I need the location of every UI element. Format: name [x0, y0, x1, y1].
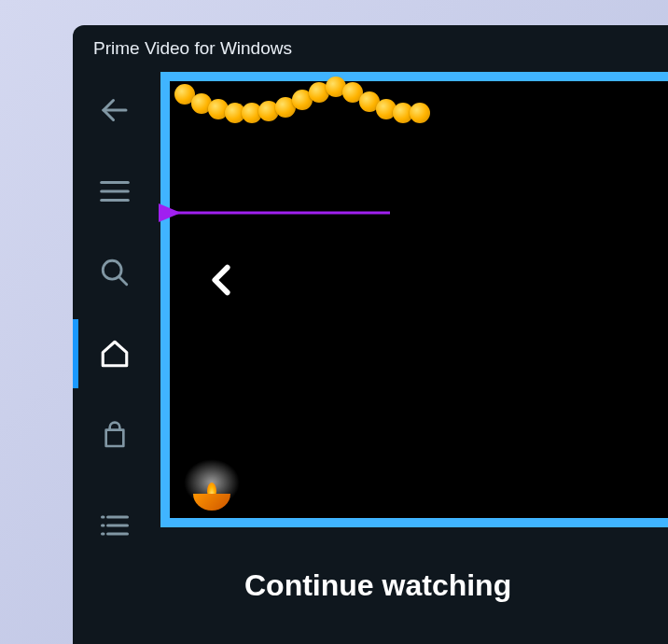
hero-banner[interactable]: [160, 72, 668, 527]
home-button[interactable]: [95, 334, 134, 373]
store-button[interactable]: [95, 415, 134, 455]
menu-button[interactable]: [95, 172, 134, 211]
window-title: Prime Video for Windows: [93, 38, 292, 59]
diya-decoration: [188, 473, 235, 511]
list-icon: [98, 509, 132, 542]
chevron-left-icon: [202, 254, 240, 306]
garland-decoration: [174, 77, 436, 123]
search-button[interactable]: [95, 253, 134, 292]
hamburger-icon: [97, 174, 132, 209]
app-window: Prime Video for Windows: [73, 25, 668, 644]
shopping-bag-icon: [100, 420, 130, 450]
home-icon: [99, 338, 131, 370]
content-area: Continue watching: [157, 72, 668, 644]
sidebar: [73, 72, 157, 644]
search-icon: [99, 257, 131, 288]
svg-line-5: [118, 276, 127, 285]
list-button[interactable]: [95, 506, 134, 545]
app-body: Continue watching: [73, 72, 668, 644]
continue-watching-header: Continue watching: [160, 540, 668, 603]
back-button[interactable]: [95, 91, 134, 130]
title-bar: Prime Video for Windows: [73, 25, 668, 72]
carousel-prev-button[interactable]: [202, 254, 240, 310]
back-icon: [98, 93, 132, 127]
